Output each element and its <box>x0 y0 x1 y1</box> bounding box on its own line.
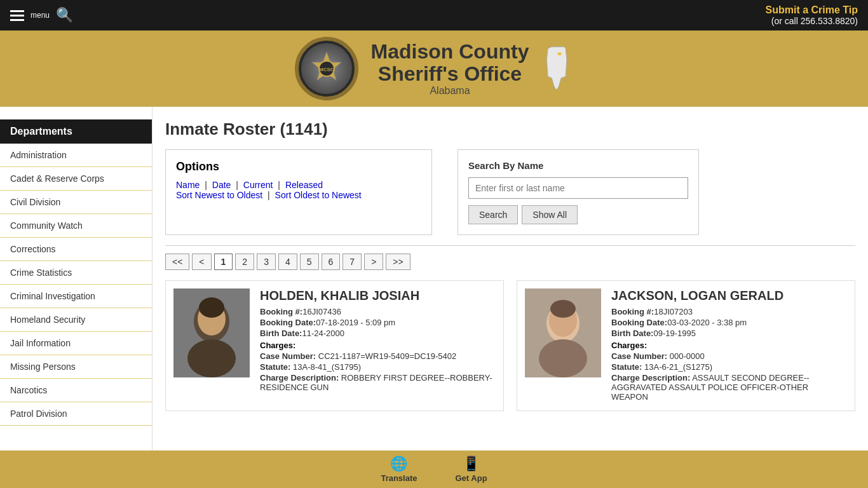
option-released-link[interactable]: Released <box>285 180 323 190</box>
top-bar-left: menu 🔍 <box>10 7 73 24</box>
inmate-info-2: JACKSON, LOGAN GERALD Booking #:18JI0720… <box>611 288 847 403</box>
inmate-photo-1 <box>173 288 250 377</box>
svg-point-12 <box>539 339 587 377</box>
page-7[interactable]: 7 <box>342 254 362 270</box>
page-last[interactable]: >> <box>386 254 410 270</box>
charges-label-2: Charges: <box>611 341 847 350</box>
org-name: Madison County Sheriff's Office <box>371 41 529 85</box>
departments-header: Departments <box>0 119 152 144</box>
footer-bar: 🌐 Translate 📱 Get App <box>0 451 868 456</box>
page-1[interactable]: 1 <box>214 254 233 270</box>
search-icon[interactable]: 🔍 <box>56 7 73 24</box>
option-name-link[interactable]: Name <box>176 180 200 190</box>
birth-date-1: Birth Date:11-24-2000 <box>260 329 496 338</box>
header-text: Madison County Sheriff's Office Alabama <box>371 41 529 97</box>
sidebar-item-narcotics[interactable]: Narcotics <box>0 379 152 402</box>
sidebar-item-criminal-investigation[interactable]: Criminal Investigation <box>0 285 152 308</box>
page-title: Inmate Roster (1141) <box>165 119 855 139</box>
sidebar-item-civil[interactable]: Civil Division <box>0 191 152 214</box>
org-state: Alabama <box>371 85 529 97</box>
options-links: Name | Date | Current | Released Sort Ne… <box>176 180 421 200</box>
charges-label-1: Charges: <box>260 341 496 350</box>
page-next[interactable]: > <box>364 254 383 270</box>
birth-date-2: Birth Date:09-19-1995 <box>611 329 847 338</box>
sidebar: Departments Administration Cadet & Reser… <box>0 107 153 456</box>
badge-star-svg: MCSO <box>308 50 346 88</box>
inmate-photo-svg-1 <box>173 288 250 377</box>
sidebar-item-patrol[interactable]: Patrol Division <box>0 402 152 426</box>
footer-get-app[interactable]: 📱 Get App <box>456 456 487 456</box>
sidebar-item-jail[interactable]: Jail Information <box>0 332 152 355</box>
search-input[interactable] <box>468 177 688 199</box>
svg-point-6 <box>187 339 236 377</box>
show-all-button[interactable]: Show All <box>522 205 578 224</box>
sidebar-item-crime-stats[interactable]: Crime Statistics <box>0 261 152 285</box>
crime-tip-phone: (or call 256.533.8820) <box>765 16 858 26</box>
sidebar-item-community[interactable]: Community Watch <box>0 214 152 238</box>
alabama-map <box>541 46 573 92</box>
options-box: Options Name | Date | Current | Released… <box>165 149 432 235</box>
top-section: Options Name | Date | Current | Released… <box>165 149 855 235</box>
page-prev[interactable]: < <box>192 254 211 270</box>
inmate-info-1: HOLDEN, KHALIB JOSIAH Booking #:16JI0743… <box>260 288 496 403</box>
sidebar-item-cadet[interactable]: Cadet & Reserve Corps <box>0 167 152 191</box>
divider <box>165 245 855 246</box>
case-number-2: Case Number: 000-0000 <box>611 351 847 361</box>
case-number-1: Case Number: CC21-1187=WR19-5409=DC19-54… <box>260 351 496 361</box>
search-box: Search By Name Search Show All <box>458 149 699 235</box>
search-buttons: Search Show All <box>468 205 688 224</box>
booking-date-2: Booking Date:03-03-2020 - 3:38 pm <box>611 318 847 327</box>
svg-point-14 <box>550 300 576 318</box>
page-2[interactable]: 2 <box>235 254 254 270</box>
sidebar-item-homeland[interactable]: Homeland Security <box>0 308 152 332</box>
footer-translate[interactable]: 🌐 Translate <box>381 456 417 456</box>
inmate-card-1: HOLDEN, KHALIB JOSIAH Booking #:16JI0743… <box>165 280 504 411</box>
option-date-link[interactable]: Date <box>212 180 231 190</box>
booking-date-1: Booking Date:07-18-2019 - 5:09 pm <box>260 318 496 327</box>
inmate-photo-2 <box>525 288 601 377</box>
page-5[interactable]: 5 <box>300 254 319 270</box>
sep2: | <box>236 180 238 190</box>
page-4[interactable]: 4 <box>278 254 297 270</box>
svg-point-9 <box>199 297 224 318</box>
page-3[interactable]: 3 <box>257 254 276 270</box>
badge-inner: MCSO <box>301 43 352 94</box>
inmate-photo-svg-2 <box>525 288 601 377</box>
sort-newest-link[interactable]: Sort Newest to Oldest <box>176 190 262 200</box>
booking-number-2: Booking #:18JI07203 <box>611 307 847 316</box>
inmate-card-2: JACKSON, LOGAN GERALD Booking #:18JI0720… <box>517 280 855 411</box>
charge-desc-2: Charge Description: ASSAULT SECOND DEGRE… <box>611 373 847 402</box>
main-layout: Departments Administration Cadet & Reser… <box>0 107 868 456</box>
pagination: << < 1 2 3 4 5 6 7 > >> <box>165 254 855 270</box>
page-first[interactable]: << <box>165 254 189 270</box>
sep3: | <box>278 180 280 190</box>
option-current-link[interactable]: Current <box>243 180 273 190</box>
sep1: | <box>205 180 207 190</box>
org-name-line1: Madison County <box>371 40 529 63</box>
svg-text:MCSO: MCSO <box>319 67 334 72</box>
menu-icon[interactable] <box>10 10 24 21</box>
crime-tip-title[interactable]: Submit a Crime Tip <box>765 4 858 16</box>
sidebar-item-missing[interactable]: Missing Persons <box>0 355 152 379</box>
options-title: Options <box>176 160 421 173</box>
sidebar-item-corrections[interactable]: Corrections <box>0 238 152 261</box>
sort-oldest-link[interactable]: Sort Oldest to Newest <box>275 190 362 200</box>
header-banner: MCSO Madison County Sheriff's Office Ala… <box>0 30 868 107</box>
departments-label: Departments <box>10 126 72 137</box>
inmate-name-1: HOLDEN, KHALIB JOSIAH <box>260 288 496 303</box>
alabama-map-svg <box>541 46 573 90</box>
sheriff-badge: MCSO <box>295 37 358 100</box>
sidebar-item-administration[interactable]: Administration <box>0 144 152 167</box>
app-icon: 📱 <box>463 456 480 456</box>
inmate-list: HOLDEN, KHALIB JOSIAH Booking #:16JI0743… <box>165 280 855 411</box>
booking-number-1: Booking #:16JI07436 <box>260 307 496 316</box>
page-6[interactable]: 6 <box>322 254 341 270</box>
inmate-name-2: JACKSON, LOGAN GERALD <box>611 288 847 303</box>
menu-label[interactable]: menu <box>31 11 50 20</box>
crime-tip: Submit a Crime Tip (or call 256.533.8820… <box>765 4 858 26</box>
globe-icon: 🌐 <box>390 456 407 456</box>
search-button[interactable]: Search <box>468 205 518 224</box>
svg-rect-3 <box>558 52 561 55</box>
org-name-line2: Sheriff's Office <box>378 62 522 85</box>
search-by-name-title: Search By Name <box>468 160 688 171</box>
